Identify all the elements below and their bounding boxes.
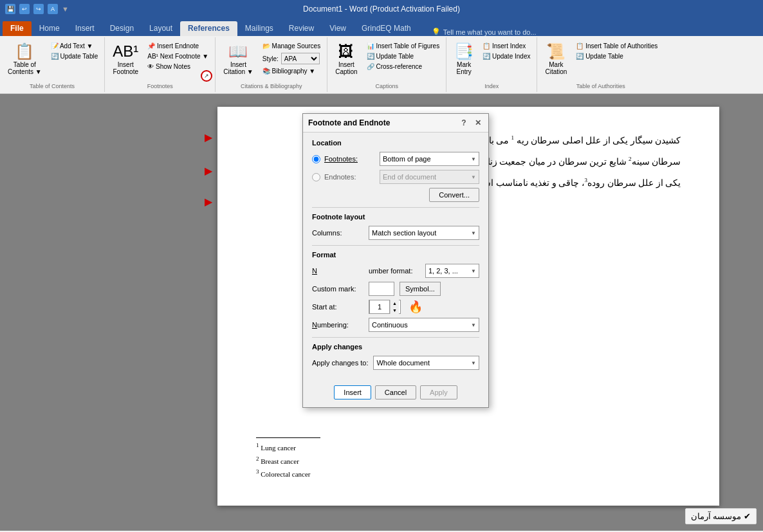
update-index-btn[interactable]: 🔄 Update Index [480,51,533,61]
update-table-captions-btn[interactable]: 🔄 Update Table [364,51,443,61]
insert-endnote-btn[interactable]: 📌 Insert Endnote [145,41,211,51]
tab-mailings[interactable]: Mailings [237,21,281,36]
custom-mark-row: Custom mark: Symbol... [312,282,479,296]
toc-label: Table ofContents ▼ [8,61,42,75]
lightbulb-icon: 💡 [432,28,441,36]
dialog-help-btn[interactable]: ? [459,118,469,128]
next-footnote-btn[interactable]: AB¹ Next Footnote ▼ [145,51,211,61]
toc-icon: 📋 [15,42,34,61]
manage-sources-btn[interactable]: 📂 Manage Sources [260,41,323,51]
start-at-spinbox: ▲ ▼ [369,300,401,314]
dialog-title: Footnote and Endnote [308,118,390,127]
tab-grind[interactable]: GrindEQ Math [354,21,419,36]
numbering-label: Numbering: [312,321,363,329]
cancel-btn[interactable]: Cancel [375,385,416,399]
update-table-authorities-btn[interactable]: 🔄 Update Table [573,51,660,61]
apply-btn[interactable]: Apply [420,385,457,399]
style-select[interactable]: APA [281,53,320,64]
start-at-input[interactable] [369,300,390,314]
dialog-close-btn[interactable]: ✕ [473,118,483,128]
footnotes-radio[interactable] [312,155,320,163]
footnotes-group-label: Footnotes [147,83,173,89]
insert-btn[interactable]: Insert [334,385,371,399]
ribbon-tabs: File Home Insert Design Layout Reference… [0,18,763,36]
add-text-btn[interactable]: 📝 Add Text ▼ [48,41,101,51]
dialog-arrow-icon: ↗ [204,73,209,79]
save-icon[interactable]: 💾 [5,4,15,14]
tab-view[interactable]: View [322,21,354,36]
endnotes-radio[interactable] [312,173,320,181]
dialog-footer: Insert Cancel Apply [303,380,488,407]
ribbon-group-captions: 🖼 InsertCaption 📊 Insert Table of Figure… [327,37,446,92]
apply-changes-to-dropdown[interactable]: Whole document ▼ [373,356,479,370]
tell-me-text[interactable]: Tell me what you want to do... [443,28,537,36]
style-row: Style: APA [260,51,323,66]
authorities-group-label: Table of Authorities [576,83,625,89]
customize-icon[interactable]: ▼ [62,5,69,13]
mark-entry-btn[interactable]: 📑 MarkEntry [450,40,477,78]
convert-btn[interactable]: Convert... [429,188,479,202]
citations-col: 📂 Manage Sources Style: APA 📚 Bibliograp… [260,40,323,76]
tab-references[interactable]: References [180,21,237,36]
insert-table-authorities-btn[interactable]: 📋 Insert Table of Authorities [573,41,660,51]
start-at-row: Start at: ▲ ▼ 🔥 [312,300,479,314]
mark-citation-btn[interactable]: 📜 MarkCitation [541,40,571,78]
footnotes-radio-label[interactable]: Footnotes: [324,155,376,163]
insert-caption-btn[interactable]: 🖼 InsertCaption [331,40,361,78]
undo-icon[interactable]: ↩ [19,4,30,14]
spinbox-down[interactable]: ▼ [390,307,399,314]
insert-index-btn[interactable]: 📋 Insert Index [480,41,533,51]
separator-3 [312,337,479,338]
tab-home[interactable]: Home [32,21,68,36]
index-icon: 📑 [454,42,473,61]
tab-review[interactable]: Review [281,21,322,36]
tab-file[interactable]: File [3,21,32,36]
cross-reference-btn[interactable]: 🔗 Cross-reference [364,62,443,71]
insert-citation-btn[interactable]: 📖 InsertCitation ▼ [219,40,257,78]
show-notes-btn[interactable]: 👁 Show Notes [145,62,211,71]
footnotes-dropdown-arrow: ▼ [471,156,476,162]
apply-changes-to-label: Apply changes to: [312,359,368,367]
tab-layout[interactable]: Layout [142,21,180,36]
apply-changes-arrow: ▼ [471,360,476,366]
start-at-label: Start at: [312,303,363,311]
custom-mark-label: Custom mark: [312,285,363,293]
custom-mark-input[interactable] [369,282,394,296]
columns-arrow: ▼ [471,230,476,236]
number-format-value: 1, 2, 3, ... [428,267,458,275]
document-area: ▶ ▶ ▶ کشیدن سیگار یکی از علل اصلی سرطان … [0,94,763,531]
caption-label: InsertCaption [335,61,357,75]
watermark-text: ✔ موسسه آرمان [691,511,751,521]
red-marker-3: ▶ [205,196,212,208]
bibliography-btn[interactable]: 📚 Bibliography ▼ [260,66,323,76]
footnotes-location-dropdown[interactable]: Bottom of page ▼ [380,152,479,166]
footnote-endnote-dialog: Footnote and Endnote ? ✕ Location Footno… [302,113,489,408]
number-format-label: N [312,267,363,275]
caption-icon: 🖼 [338,42,354,61]
title-bar-left: 💾 ↩ ↪ A ▼ [5,4,69,14]
update-table-toc-btn[interactable]: 🔄 Update Table [48,51,101,61]
footnote-layout-label: Footnote layout [312,213,479,221]
insert-footnote-btn[interactable]: AB¹ InsertFootnote [109,40,142,78]
captions-col: 📊 Insert Table of Figures 🔄 Update Table… [364,40,443,71]
footnote-3: 3 Colorectal cancer [256,467,681,480]
columns-dropdown[interactable]: Match section layout ▼ [369,226,479,240]
red-marker-2: ▶ [205,165,212,177]
endnotes-radio-row: Endnotes: End of document ▼ [312,170,479,184]
footnote-col: 📌 Insert Endnote AB¹ Next Footnote ▼ 👁 S… [145,40,211,71]
tab-design[interactable]: Design [102,21,142,36]
symbol-btn[interactable]: Symbol... [400,282,441,296]
citation-label: InsertCitation ▼ [223,61,253,75]
format-icon[interactable]: A [48,4,58,14]
endnotes-radio-label[interactable]: Endnotes: [324,173,376,181]
convert-row: Convert... [312,188,479,202]
columns-label: Columns: [312,229,363,237]
redo-icon[interactable]: ↪ [33,4,44,14]
number-format-dropdown[interactable]: 1, 2, 3, ... ▼ [425,264,479,278]
numbering-dropdown[interactable]: Continuous ▼ [369,318,479,332]
spinbox-up[interactable]: ▲ [390,300,399,307]
table-of-contents-btn[interactable]: 📋 Table ofContents ▼ [4,40,46,78]
footnote-icon: AB¹ [113,42,138,61]
insert-table-figures-btn[interactable]: 📊 Insert Table of Figures [364,41,443,51]
tab-insert[interactable]: Insert [68,21,102,36]
